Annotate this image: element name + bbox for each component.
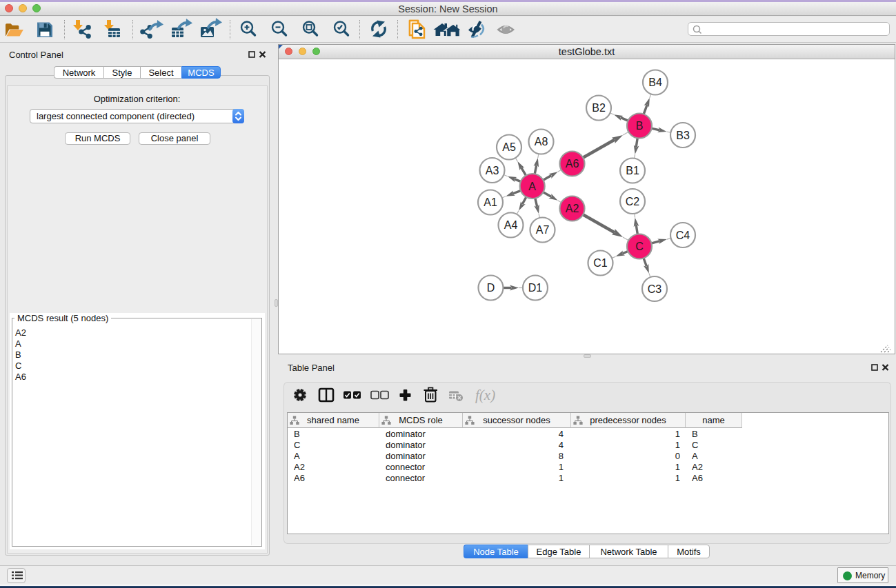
svg-text:A1: A1: [484, 196, 497, 208]
svg-text:f(x): f(x): [475, 387, 495, 403]
svg-text:A8: A8: [535, 136, 548, 148]
svg-text:A7: A7: [536, 224, 550, 236]
svg-text:A5: A5: [502, 141, 516, 153]
svg-text:A4: A4: [504, 219, 518, 231]
svg-text:B1: B1: [626, 165, 639, 176]
svg-text:A2: A2: [566, 203, 579, 214]
svg-text:C4: C4: [676, 230, 690, 241]
svg-text:C3: C3: [648, 283, 662, 295]
svg-text:B2: B2: [592, 102, 606, 114]
svg-text:D: D: [487, 282, 495, 294]
svg-text:C1: C1: [593, 257, 608, 269]
svg-text:B3: B3: [676, 130, 690, 141]
svg-text:C2: C2: [626, 196, 640, 207]
svg-text:A3: A3: [486, 165, 499, 176]
svg-text:B: B: [636, 120, 644, 132]
svg-text:A6: A6: [566, 158, 579, 170]
svg-text:D1: D1: [528, 282, 543, 294]
svg-text:C: C: [635, 241, 644, 252]
svg-text:A: A: [528, 181, 536, 192]
svg-text:B4: B4: [648, 77, 662, 88]
